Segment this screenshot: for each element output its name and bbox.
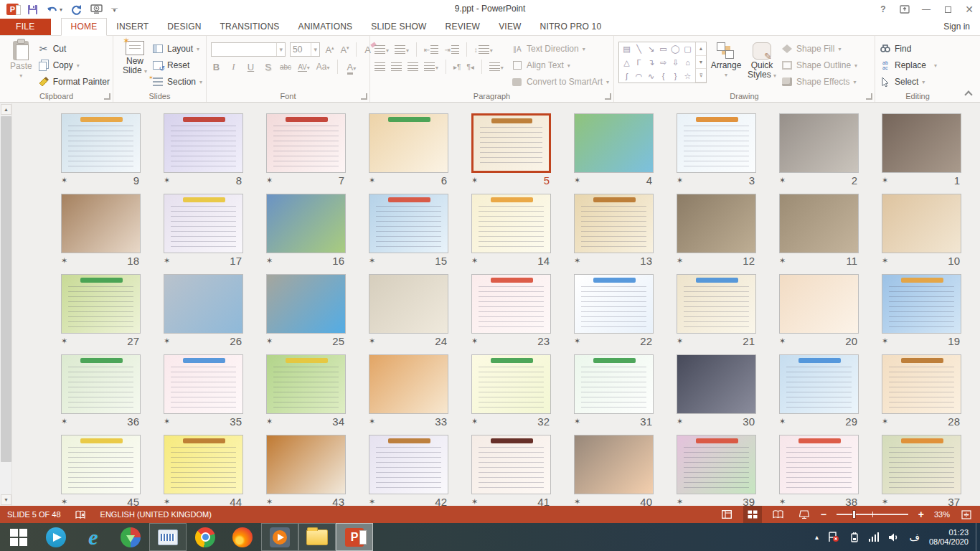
slide-cell-33[interactable]: ✶33 [357,354,460,435]
zoom-in-button[interactable]: + [918,509,924,519]
shape-icon[interactable]: ◠ [636,72,643,80]
slide-sorter-view-button[interactable] [743,506,762,523]
slide-cell-41[interactable]: ✶41 [460,435,562,515]
convert-to-smartart-button[interactable]: Convert to SmartArt▾ [512,75,609,89]
slide-thumbnail[interactable] [471,435,551,494]
slide-thumbnail[interactable] [779,274,859,334]
slide-thumbnail[interactable] [369,354,448,414]
restore-button[interactable] [937,0,958,19]
align-right-button[interactable] [407,62,418,71]
slide-thumbnail[interactable] [369,274,448,334]
shape-icon[interactable]: ▢ [684,45,691,53]
clipboard-dialog-launcher[interactable] [104,93,110,100]
slide-thumbnail[interactable] [574,354,654,414]
slide-cell-36[interactable]: ✶36 [50,354,152,435]
tab-file[interactable]: FILE [0,19,51,35]
font-color-button[interactable]: A▾ [346,62,357,72]
slide-cell-16[interactable]: ✶16 [255,194,357,274]
vertical-scrollbar[interactable]: ▲ ▼ [0,103,12,506]
new-slide-button[interactable]: NewSlide ▾ [118,39,152,90]
section-button[interactable]: Section▾ [152,75,202,89]
slide-cell-13[interactable]: ✶13 [562,194,665,274]
language-status[interactable]: ENGLISH (UNITED KINGDOM) [100,510,212,519]
network-signal-icon[interactable] [869,532,880,542]
slide-thumbnail[interactable] [779,194,859,253]
select-button[interactable]: Select▾ [880,75,937,89]
shape-icon[interactable]: ╲ [636,45,641,53]
arrange-button[interactable]: Arrange ▾ [707,39,745,90]
slide-thumbnail[interactable] [61,354,141,414]
slide-cell-34[interactable]: ✶34 [255,354,357,435]
align-text-button[interactable]: Align Text▾ [512,58,609,72]
slide-cell-23[interactable]: ✶23 [460,274,562,354]
slide-thumbnail[interactable] [574,435,654,494]
shape-icon[interactable]: ◯ [671,45,679,53]
shape-icon[interactable]: { [662,72,665,80]
slide-cell-30[interactable]: ✶30 [665,354,768,435]
slide-cell-27[interactable]: ✶27 [50,274,152,354]
close-button[interactable]: ✕ [958,0,980,19]
undo-dropdown-icon[interactable]: ▾ [60,6,62,13]
redo-button[interactable] [71,4,82,15]
bold-button[interactable]: B [211,62,222,72]
slide-cell-14[interactable]: ✶14 [460,194,562,274]
slide-thumbnail[interactable] [574,194,654,253]
slide-cell-35[interactable]: ✶35 [152,354,255,435]
slide-thumbnail[interactable] [882,194,961,253]
slide-cell-18[interactable]: ✶18 [50,194,152,274]
taskbar-internet-explorer[interactable]: e [75,523,112,551]
line-spacing-button[interactable]: ↕▾ [474,45,493,54]
quick-styles-button[interactable]: QuickStyles ▾ [745,39,778,90]
slide-cell-6[interactable]: ✶6 [357,113,460,194]
slide-cell-45[interactable]: ✶45 [50,435,152,515]
slide-thumbnail[interactable] [882,113,961,173]
slide-cell-15[interactable]: ✶15 [357,194,460,274]
minimize-button[interactable]: — [915,0,937,19]
slide-thumbnail[interactable] [164,194,243,253]
slide-cell-44[interactable]: ✶44 [152,435,255,515]
right-to-left-button[interactable]: ¶◂ [466,63,473,71]
copy-button[interactable]: Copy▾ [38,58,110,72]
tab-animations[interactable]: ANIMATIONS [288,19,362,35]
taskbar-firefox[interactable] [224,523,261,551]
slide-cell-5[interactable]: ✶5 [460,113,562,194]
slide-thumbnail[interactable] [61,435,141,494]
taskbar-powerpoint[interactable]: P [336,523,373,551]
zoom-slider[interactable] [837,514,908,515]
shape-outline-button[interactable]: Shape Outline▾ [781,58,857,72]
action-center-icon[interactable] [828,532,839,542]
taskbar-onscreen-keyboard[interactable] [149,523,187,551]
decrease-indent-button[interactable]: ⇤ [424,45,438,54]
text-direction-button[interactable]: ∥AText Direction▾ [512,42,609,56]
slide-thumbnail[interactable] [574,113,654,173]
tab-slide-show[interactable]: SLIDE SHOW [362,19,435,35]
slide-cell-25[interactable]: ✶25 [255,274,357,354]
slide-cell-8[interactable]: ✶8 [152,113,255,194]
volume-icon[interactable] [888,532,900,542]
slide-thumbnail[interactable] [266,194,346,253]
taskbar-telegram[interactable] [37,523,75,551]
save-button[interactable] [27,4,38,15]
increase-font-size-button[interactable]: A▴ [324,44,335,55]
slide-cell-32[interactable]: ✶32 [460,354,562,435]
slide-cell-4[interactable]: ✶4 [562,113,665,194]
slide-thumbnail[interactable] [677,113,756,173]
gallery-scroll-down-icon[interactable]: ▼ [696,56,706,70]
shape-icon[interactable]: ⇩ [672,59,679,67]
slide-cell-22[interactable]: ✶22 [562,274,665,354]
slide-thumbnail[interactable] [779,354,859,414]
font-name-combobox[interactable]: ▾ [211,42,286,57]
slide-cell-10[interactable]: ✶10 [870,194,973,274]
slide-cell-11[interactable]: ✶11 [768,194,870,274]
slide-thumbnail[interactable] [779,435,859,494]
slide-thumbnail[interactable] [471,274,551,334]
slide-thumbnail[interactable] [369,194,448,253]
reset-button[interactable]: Reset [152,58,202,72]
font-size-combobox[interactable]: 50▾ [290,42,320,57]
scroll-up-icon[interactable]: ▲ [1,104,11,115]
slide-cell-28[interactable]: ✶28 [870,354,973,435]
zoom-level[interactable]: 33% [931,510,950,519]
slide-thumbnail[interactable] [61,274,141,334]
slide-thumbnail[interactable] [471,194,551,253]
slide-thumbnail[interactable] [779,113,859,173]
